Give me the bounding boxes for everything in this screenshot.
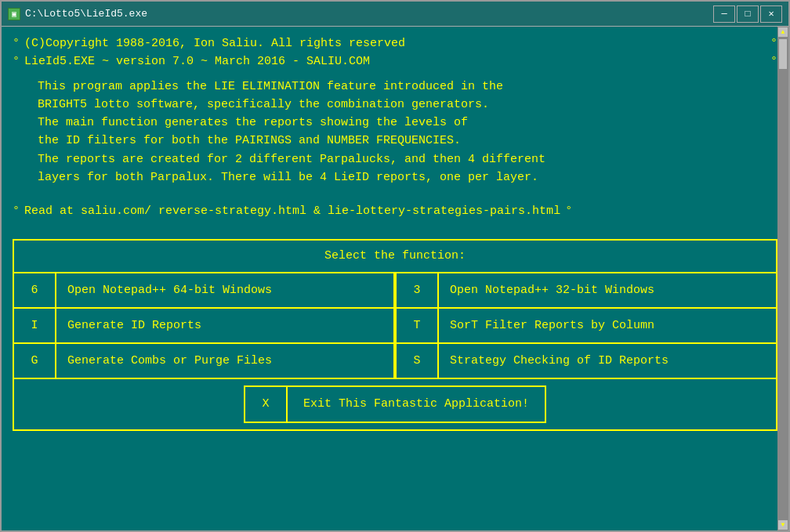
bullet-read-2: ° (565, 202, 572, 220)
label-s[interactable]: Strategy Checking of ID Reports (439, 344, 776, 378)
key-t[interactable]: T (397, 309, 439, 342)
titlebar-left: ▣ C:\Lotto5\LieId5.exe (8, 8, 147, 20)
key-x[interactable]: X (245, 387, 288, 421)
maximize-button[interactable]: □ (737, 5, 759, 23)
desc-line-1: This program applies the LIE ELIMINATION… (38, 78, 777, 96)
desc-line-5: The reports are created for 2 different … (38, 150, 777, 168)
version-line: ° LieId5.EXE ~ version 7.0 ~ March 2016 … (13, 52, 777, 71)
menu-row-3-right: S Strategy Checking of ID Reports (397, 344, 776, 378)
scroll-up-button[interactable]: ▲ (777, 27, 788, 38)
bullet-1-end: ° (770, 34, 777, 52)
window: ▣ C:\Lotto5\LieId5.exe — □ ✕ ° (C)Copyri… (0, 0, 790, 532)
titlebar-buttons: — □ ✕ (713, 5, 782, 23)
bullet-2-end: ° (770, 52, 777, 71)
exit-button[interactable]: X Exit This Fantastic Application! (244, 385, 546, 422)
desc-line-2: BRIGHT5 lotto software, specifically the… (38, 96, 777, 114)
menu-row-2-right: T SorT Filter Reports by Column (397, 309, 776, 342)
key-3[interactable]: 3 (397, 273, 439, 307)
menu-row-2-left: I Generate ID Reports (14, 309, 393, 342)
scroll-thumb[interactable] (778, 38, 788, 70)
bullet-2: ° (13, 52, 20, 71)
label-3[interactable]: Open Notepad++ 32-bit Windows (439, 273, 776, 307)
key-i[interactable]: I (14, 309, 56, 342)
menu-row-1: 6 Open Notepad++ 64-bit Windows 3 Open N… (14, 273, 776, 309)
label-t[interactable]: SorT Filter Reports by Column (439, 309, 776, 342)
menu-row-1-left: 6 Open Notepad++ 64-bit Windows (14, 273, 393, 307)
minimize-button[interactable]: — (713, 5, 735, 23)
read-text: Read at saliu.com/ reverse-strategy.html… (24, 202, 560, 220)
menu-table: Select the function: 6 Open Notepad++ 64… (13, 239, 777, 430)
copyright-text: (C)Copyright 1988-2016, Ion Saliu. All r… (24, 34, 405, 52)
scroll-down-button[interactable]: ▼ (777, 519, 788, 530)
label-g[interactable]: Generate Combs or Purge Files (56, 344, 393, 378)
menu-footer: X Exit This Fantastic Application! (14, 378, 776, 429)
scroll-track (777, 38, 788, 519)
menu-row-3: G Generate Combs or Purge Files S Strate… (14, 344, 776, 378)
read-line: ° Read at saliu.com/ reverse-strategy.ht… (13, 202, 777, 220)
menu-row-3-left: G Generate Combs or Purge Files (14, 344, 393, 378)
scrollbar[interactable]: ▲ ▼ (777, 27, 788, 530)
bullet-1: ° (13, 34, 20, 52)
bullet-read-1: ° (13, 202, 20, 220)
window-title: C:\Lotto5\LieId5.exe (25, 8, 147, 20)
menu-rows: 6 Open Notepad++ 64-bit Windows 3 Open N… (14, 273, 776, 378)
label-i[interactable]: Generate ID Reports (56, 309, 393, 342)
desc-line-3: The main function generates the reports … (38, 114, 777, 132)
copyright-line: ° (C)Copyright 1988-2016, Ion Saliu. All… (13, 34, 777, 52)
desc-line-4: the ID filters for both the PAIRINGS and… (38, 132, 777, 150)
menu-row-1-right: 3 Open Notepad++ 32-bit Windows (397, 273, 776, 307)
label-x[interactable]: Exit This Fantastic Application! (288, 387, 545, 421)
menu-row-2: I Generate ID Reports T SorT Filter Repo… (14, 309, 776, 344)
menu-header: Select the function: (14, 241, 776, 273)
version-text: LieId5.EXE ~ version 7.0 ~ March 2016 - … (24, 52, 370, 71)
titlebar: ▣ C:\Lotto5\LieId5.exe — □ ✕ (2, 2, 788, 27)
description-block: This program applies the LIE ELIMINATION… (38, 78, 777, 187)
app-icon: ▣ (8, 8, 20, 20)
main-content: ° (C)Copyright 1988-2016, Ion Saliu. All… (2, 27, 788, 530)
key-s[interactable]: S (397, 344, 439, 378)
key-6[interactable]: 6 (14, 273, 56, 307)
close-button[interactable]: ✕ (760, 5, 782, 23)
desc-line-6: layers for both Parpalux. There will be … (38, 168, 777, 186)
key-g[interactable]: G (14, 344, 56, 378)
label-6[interactable]: Open Notepad++ 64-bit Windows (56, 273, 393, 307)
